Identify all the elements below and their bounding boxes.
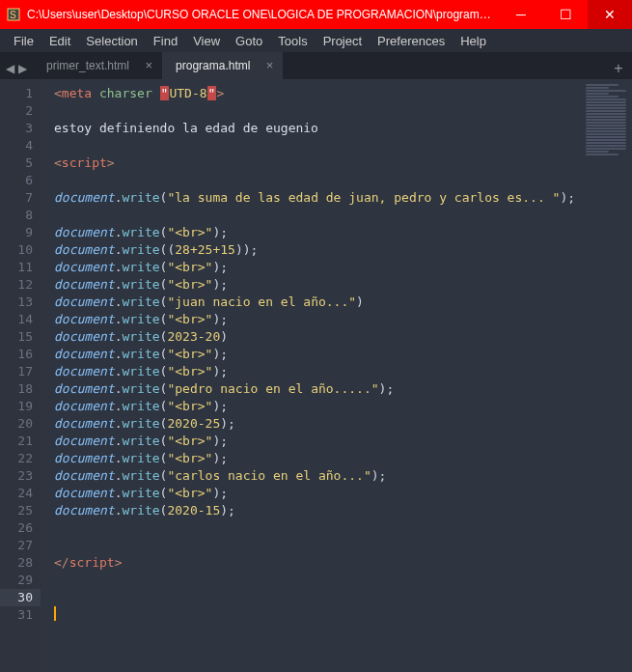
tab-label: programa.html — [176, 59, 250, 72]
tab-next-icon[interactable]: ▶ — [18, 62, 27, 75]
app-icon: S — [0, 8, 27, 21]
window-title: C:\Users\user\Desktop\CURSO ORACLE ONE\L… — [27, 8, 499, 21]
tab-prev-icon[interactable]: ◀ — [6, 62, 14, 75]
tab-programa[interactable]: programa.html × — [162, 52, 283, 79]
menu-file[interactable]: File — [6, 32, 41, 50]
line-gutter: 1234567891011121314151617181920212223242… — [0, 79, 41, 672]
maximize-button[interactable]: ☐ — [543, 0, 588, 29]
menu-view[interactable]: View — [185, 32, 228, 50]
minimize-button[interactable]: ─ — [499, 0, 543, 29]
window-buttons: ─ ☐ ✕ — [499, 0, 632, 29]
menu-edit[interactable]: Edit — [41, 32, 78, 50]
code-area[interactable]: <meta charser "UTD-8">estoy definiendo l… — [41, 79, 632, 672]
minimap[interactable] — [584, 83, 630, 218]
menu-project[interactable]: Project — [316, 32, 370, 50]
tabbar: ◀ ▶ primer_text.html × programa.html × + — [0, 52, 632, 79]
menu-tools[interactable]: Tools — [270, 32, 315, 50]
menu-selection[interactable]: Selection — [78, 32, 145, 50]
menubar: File Edit Selection Find View Goto Tools… — [0, 29, 632, 52]
menu-goto[interactable]: Goto — [228, 32, 270, 50]
tab-label: primer_text.html — [46, 59, 129, 72]
menu-find[interactable]: Find — [146, 32, 185, 50]
close-icon[interactable]: × — [145, 52, 152, 79]
menu-help[interactable]: Help — [453, 32, 494, 50]
svg-text:S: S — [10, 10, 16, 20]
window-titlebar: S C:\Users\user\Desktop\CURSO ORACLE ONE… — [0, 0, 632, 29]
editor: 1234567891011121314151617181920212223242… — [0, 79, 632, 672]
menu-preferences[interactable]: Preferences — [370, 32, 453, 50]
tab-primer-text[interactable]: primer_text.html × — [33, 52, 162, 79]
close-button[interactable]: ✕ — [588, 0, 632, 29]
tab-arrows: ◀ ▶ — [0, 62, 33, 79]
new-tab-button[interactable]: + — [605, 60, 632, 79]
close-icon[interactable]: × — [266, 52, 274, 79]
